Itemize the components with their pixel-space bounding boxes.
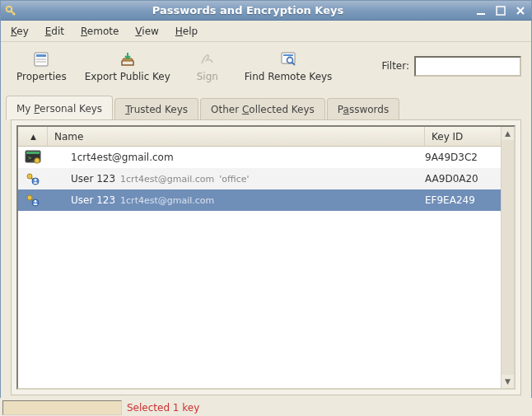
- status-well: [2, 400, 122, 415]
- scroll-down-icon[interactable]: ▼: [502, 375, 514, 388]
- tab-trusted-keys[interactable]: Trusted Keys: [114, 98, 198, 120]
- ssh-key-icon: >_: [18, 150, 48, 165]
- titlebar: Passwords and Encryption Keys: [1, 1, 531, 21]
- menubar: Key Edit Remote View Help: [1, 21, 531, 42]
- list-header: ▲ Name Key ID: [18, 127, 501, 147]
- properties-label: Properties: [16, 71, 67, 82]
- window-title: Passwords and Encryption Keys: [22, 4, 474, 16]
- scroll-track[interactable]: [502, 140, 514, 375]
- content-panel: ▲ Name Key ID >_1crt4est@gmail.com9A49D3…: [11, 119, 521, 395]
- row-secondary-text: 1crt4est@gmail.com: [120, 195, 214, 206]
- sign-label: Sign: [197, 71, 218, 82]
- cell-key-id: EF9EA249: [425, 194, 501, 206]
- column-sort-indicator[interactable]: ▲: [18, 127, 48, 146]
- keypair-icon: [18, 171, 48, 186]
- menu-edit[interactable]: Edit: [44, 23, 66, 40]
- find-remote-icon: [278, 49, 298, 69]
- filter-label: Filter:: [381, 60, 409, 72]
- svg-rect-3: [477, 13, 485, 15]
- column-key-id[interactable]: Key ID: [425, 127, 501, 146]
- cell-name: User 1231crt4est@gmail.com 'office': [48, 173, 425, 185]
- row-primary-text: User 123: [71, 194, 115, 206]
- scroll-up-icon[interactable]: ▲: [502, 127, 514, 140]
- column-name[interactable]: Name: [48, 127, 425, 146]
- menu-view[interactable]: View: [133, 23, 160, 40]
- statusbar: Selected 1 key: [0, 398, 532, 416]
- svg-point-22: [35, 179, 37, 181]
- table-row[interactable]: User 1231crt4est@gmail.com 'office'AA9D0…: [18, 168, 501, 189]
- minimize-button[interactable]: [474, 4, 488, 17]
- svg-point-26: [35, 200, 37, 203]
- row-primary-text: User 123: [71, 173, 115, 185]
- properties-icon: [31, 49, 51, 69]
- menu-key[interactable]: Key: [9, 23, 30, 40]
- row-secondary-text: 1crt4est@gmail.com: [120, 174, 214, 185]
- app-key-icon: [4, 4, 17, 17]
- cell-name: 1crt4est@gmail.com: [48, 152, 425, 163]
- svg-rect-4: [497, 7, 505, 15]
- sort-ascending-icon: ▲: [30, 133, 36, 141]
- svg-line-2: [13, 13, 15, 15]
- tab-my-personal-keys[interactable]: My Personal Keys: [6, 96, 113, 119]
- find-remote-keys-button[interactable]: Find Remote Keys: [239, 45, 338, 86]
- vertical-scrollbar[interactable]: ▲ ▼: [501, 127, 514, 388]
- sign-icon: [198, 49, 217, 69]
- maximize-button[interactable]: [493, 4, 508, 17]
- svg-point-18: [35, 158, 40, 163]
- cell-name: User 1231crt4est@gmail.com: [48, 194, 425, 206]
- toolbar: Properties Export Public Key Sign Find R…: [1, 42, 531, 90]
- export-public-key-button[interactable]: Export Public Key: [79, 45, 176, 86]
- table-row[interactable]: >_1crt4est@gmail.com9A49D3C2: [18, 147, 501, 168]
- find-remote-label: Find Remote Keys: [245, 71, 333, 82]
- row-primary-text: 1crt4est@gmail.com: [71, 152, 174, 163]
- svg-rect-12: [283, 54, 293, 56]
- close-button[interactable]: [513, 4, 528, 17]
- menu-help[interactable]: Help: [174, 23, 199, 40]
- svg-rect-16: [26, 152, 40, 154]
- keypair-icon: [18, 193, 48, 208]
- svg-point-0: [7, 6, 12, 12]
- tab-bar: My Personal Keys Trusted Keys Other Coll…: [6, 95, 526, 119]
- export-icon: [118, 49, 138, 69]
- cell-key-id: 9A49D3C2: [425, 152, 501, 163]
- properties-button[interactable]: Properties: [11, 45, 72, 86]
- key-list: ▲ Name Key ID >_1crt4est@gmail.com9A49D3…: [18, 127, 501, 388]
- table-row[interactable]: User 1231crt4est@gmail.comEF9EA249: [18, 189, 501, 211]
- menu-remote[interactable]: Remote: [79, 23, 120, 40]
- status-text: Selected 1 key: [127, 402, 199, 414]
- tab-other-collected-keys[interactable]: Other Collected Keys: [200, 98, 325, 120]
- row-note-text: 'office': [219, 174, 249, 185]
- tab-passwords[interactable]: Passwords: [327, 98, 399, 120]
- cell-key-id: AA9D0A20: [425, 173, 501, 185]
- sign-button: Sign: [183, 45, 232, 86]
- export-label: Export Public Key: [85, 71, 170, 82]
- svg-rect-8: [36, 54, 46, 57]
- filter-input[interactable]: [414, 56, 521, 77]
